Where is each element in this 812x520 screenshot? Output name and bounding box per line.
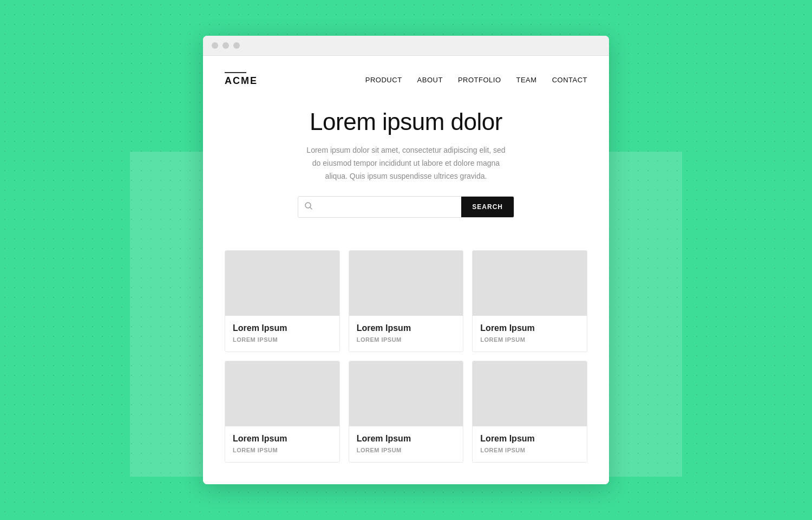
- nav-link-product[interactable]: PRODUCT: [365, 76, 402, 84]
- nav-link-about[interactable]: ABOUT: [417, 76, 443, 84]
- card-6-image: [473, 361, 587, 426]
- logo-text: ACME: [225, 75, 258, 87]
- card-5-body: Lorem Ipsum LOREM IPSUM: [349, 426, 463, 462]
- card-1-subtitle: LOREM IPSUM: [233, 336, 332, 343]
- card-4-title: Lorem Ipsum: [233, 434, 332, 444]
- card-6-title: Lorem Ipsum: [480, 434, 579, 444]
- nav-item-about[interactable]: ABOUT: [417, 75, 443, 84]
- browser-dot-2: [222, 42, 229, 49]
- nav-link-contact[interactable]: CONTACT: [552, 76, 587, 84]
- navigation: ACME PRODUCT ABOUT PROTFOLIO TEAM CONTAC…: [225, 72, 587, 98]
- nav-item-contact[interactable]: CONTACT: [552, 75, 587, 84]
- card-1-body: Lorem Ipsum LOREM IPSUM: [225, 316, 339, 352]
- hero-description: Lorem ipsum dolor sit amet, consectetur …: [303, 144, 509, 183]
- browser-window: ACME PRODUCT ABOUT PROTFOLIO TEAM CONTAC…: [203, 36, 609, 484]
- logo-area: ACME: [225, 72, 258, 87]
- card-6-body: Lorem Ipsum LOREM IPSUM: [473, 426, 587, 462]
- card-2-image: [349, 251, 463, 316]
- nav-item-product[interactable]: PRODUCT: [365, 75, 402, 84]
- browser-dot-1: [212, 42, 218, 49]
- hero-section: Lorem ipsum dolor Lorem ipsum dolor sit …: [225, 98, 587, 233]
- nav-link-team[interactable]: TEAM: [516, 76, 537, 84]
- search-input-wrapper: [298, 197, 461, 217]
- browser-chrome: [203, 36, 609, 56]
- card-5-subtitle: LOREM IPSUM: [357, 447, 456, 453]
- card-6: Lorem Ipsum LOREM IPSUM: [472, 361, 587, 463]
- card-2-subtitle: LOREM IPSUM: [357, 336, 456, 343]
- nav-item-team[interactable]: TEAM: [516, 75, 537, 84]
- card-1-title: Lorem Ipsum: [233, 323, 332, 333]
- card-3-subtitle: LOREM IPSUM: [480, 336, 579, 343]
- card-3-title: Lorem Ipsum: [480, 323, 579, 333]
- nav-item-portfolio[interactable]: PROTFOLIO: [458, 75, 501, 84]
- card-5-image: [349, 361, 463, 426]
- card-3-image: [473, 251, 587, 316]
- card-2-title: Lorem Ipsum: [357, 323, 456, 333]
- card-4-body: Lorem Ipsum LOREM IPSUM: [225, 426, 339, 462]
- browser-dot-3: [233, 42, 240, 49]
- card-1-image: [225, 251, 339, 316]
- search-button[interactable]: SEARCH: [461, 197, 514, 217]
- card-3: Lorem Ipsum LOREM IPSUM: [472, 250, 587, 352]
- search-icon: [305, 202, 312, 212]
- card-6-subtitle: LOREM IPSUM: [480, 447, 579, 453]
- card-2-body: Lorem Ipsum LOREM IPSUM: [349, 316, 463, 352]
- search-bar: SEARCH: [298, 196, 514, 218]
- search-input[interactable]: [317, 197, 455, 217]
- nav-links: PRODUCT ABOUT PROTFOLIO TEAM CONTACT: [365, 75, 587, 84]
- nav-link-portfolio[interactable]: PROTFOLIO: [458, 76, 501, 84]
- card-2: Lorem Ipsum LOREM IPSUM: [349, 250, 464, 352]
- card-5: Lorem Ipsum LOREM IPSUM: [349, 361, 464, 463]
- card-3-body: Lorem Ipsum LOREM IPSUM: [473, 316, 587, 352]
- card-4-image: [225, 361, 339, 426]
- card-1: Lorem Ipsum LOREM IPSUM: [225, 250, 340, 352]
- card-5-title: Lorem Ipsum: [357, 434, 456, 444]
- logo-line: [225, 72, 246, 73]
- cards-grid: Lorem Ipsum LOREM IPSUM Lorem Ipsum LORE…: [225, 250, 587, 463]
- page-content: ACME PRODUCT ABOUT PROTFOLIO TEAM CONTAC…: [203, 56, 609, 484]
- card-4-subtitle: LOREM IPSUM: [233, 447, 332, 453]
- svg-line-1: [310, 207, 312, 209]
- card-4: Lorem Ipsum LOREM IPSUM: [225, 361, 340, 463]
- hero-title: Lorem ipsum dolor: [246, 108, 566, 135]
